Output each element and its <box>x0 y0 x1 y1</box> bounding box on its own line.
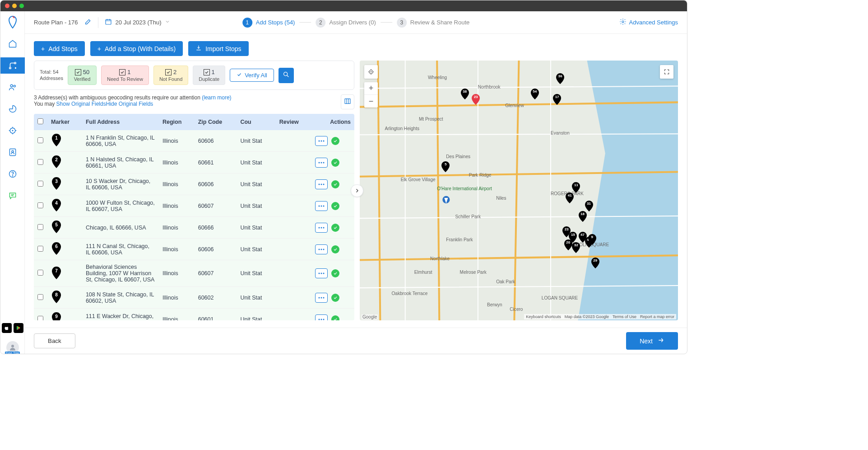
verified-icon <box>331 202 339 210</box>
cell-address: 111 N Canal St, Chicago, IL 60606, USA <box>82 239 159 260</box>
map-pin[interactable]: 29 <box>591 258 600 268</box>
svg-point-35 <box>321 273 322 274</box>
map-pin[interactable]: 31 <box>585 201 594 211</box>
cell-country: Unit Stat <box>237 217 275 239</box>
date-picker[interactable]: 20 Jul 2023 (Thu) <box>105 18 171 27</box>
row-actions-button[interactable] <box>315 136 328 146</box>
nav-help[interactable] <box>5 166 21 182</box>
map-pin[interactable]: 17 <box>552 94 562 105</box>
map-pin[interactable]: 54 <box>530 89 539 99</box>
stat-duplicate[interactable]: 1 Duplicate <box>193 66 225 85</box>
nav-contacts[interactable] <box>5 144 21 160</box>
map-locate-button[interactable] <box>364 65 378 79</box>
map-pin[interactable]: 38 <box>460 89 469 99</box>
import-stops-button[interactable]: Import Stops <box>188 41 248 56</box>
stat-not-found[interactable]: 2 Not Found <box>153 66 188 85</box>
nav-analytics[interactable] <box>5 101 21 117</box>
svg-rect-12 <box>106 19 111 24</box>
nav-route-planner[interactable] <box>0 57 25 74</box>
row-actions-button[interactable] <box>315 314 328 321</box>
step-assign-drivers[interactable]: 2 Assign Drivers (0) <box>316 18 376 28</box>
row-actions-button[interactable] <box>315 244 328 254</box>
window-close-icon[interactable] <box>5 4 9 8</box>
add-stops-button[interactable]: + Add Stops <box>34 41 85 56</box>
map-pin[interactable]: 18 <box>578 211 587 222</box>
table-row[interactable]: 8 108 N State St, Chicago, IL 60602, USA… <box>34 287 354 309</box>
map-panel[interactable]: Wheeling Northbrook Glenview Evanston Mt… <box>360 61 678 320</box>
row-actions-button[interactable] <box>315 158 328 168</box>
stat-verified[interactable]: 50 Verified <box>68 66 97 85</box>
verify-all-button[interactable]: Verify All <box>230 69 274 82</box>
svg-point-4 <box>14 85 15 87</box>
next-button[interactable]: Next <box>626 332 678 350</box>
hide-fields-link[interactable]: Hide Original Fields <box>106 101 153 107</box>
map-pin[interactable]: 32 <box>571 242 580 253</box>
map-pin[interactable]: 36 <box>556 73 565 84</box>
row-actions-button[interactable] <box>315 201 328 211</box>
cell-region: Illinois <box>159 239 195 260</box>
cell-address: 1000 W Fulton St, Chicago, IL 60607, USA <box>82 195 159 217</box>
nav-home[interactable] <box>5 36 21 52</box>
window-minimize-icon[interactable] <box>12 4 17 8</box>
search-button[interactable] <box>279 68 294 83</box>
table-row[interactable]: 5 Chicago, IL 60666, USA Illinois 60666 … <box>34 217 354 239</box>
row-actions-button[interactable] <box>315 179 328 189</box>
user-avatar[interactable]: Free Trial <box>6 341 19 354</box>
show-fields-link[interactable]: Show Original Fields <box>56 101 106 107</box>
col-marker: Marker <box>47 114 82 130</box>
step-add-stops[interactable]: 1 Add Stops (54) <box>242 18 295 28</box>
row-checkbox[interactable] <box>37 224 43 230</box>
plan-title: Route Plan - 176 <box>34 19 78 26</box>
step-review-route[interactable]: 3 Review & Share Route <box>397 18 470 28</box>
map-pin[interactable]: 41 <box>565 192 574 203</box>
map-zoom-out[interactable]: − <box>364 95 378 108</box>
stat-need-review[interactable]: 1 Need To Review <box>101 66 149 85</box>
nav-drivers[interactable] <box>5 79 21 95</box>
row-checkbox[interactable] <box>37 181 43 187</box>
select-all-checkbox[interactable] <box>37 118 43 124</box>
table-row[interactable]: 1 1 N Franklin St, Chicago, IL 60606, US… <box>34 130 354 152</box>
learn-more-link[interactable]: (learn more) <box>202 94 231 101</box>
row-checkbox[interactable] <box>37 159 43 165</box>
map-terms-link[interactable]: Terms of Use <box>613 314 636 319</box>
row-actions-button[interactable] <box>315 268 328 278</box>
table-row[interactable]: 2 1 N Halsted St, Chicago, IL 60661, USA… <box>34 152 354 173</box>
svg-point-30 <box>323 227 325 228</box>
row-checkbox[interactable] <box>37 246 43 252</box>
row-actions-button[interactable] <box>315 293 328 303</box>
map-pin[interactable]: 11 <box>571 182 580 193</box>
top-bar: Route Plan - 176 20 Jul 2023 (Thu) 1 Add… <box>25 11 687 34</box>
add-stop-details-button[interactable]: + Add a Stop (With Details) <box>90 41 183 56</box>
row-checkbox[interactable] <box>37 202 43 208</box>
expand-panel-button[interactable] <box>351 184 363 197</box>
map-pin[interactable]: 5 <box>441 161 450 172</box>
row-checkbox[interactable] <box>37 294 43 300</box>
row-actions-button[interactable] <box>315 223 328 233</box>
columns-button[interactable] <box>341 94 354 109</box>
window-maximize-icon[interactable] <box>19 4 24 8</box>
svg-rect-15 <box>345 99 350 104</box>
table-row[interactable]: 6 111 N Canal St, Chicago, IL 60606, USA… <box>34 239 354 260</box>
row-checkbox[interactable] <box>37 316 43 321</box>
edit-plan-icon[interactable] <box>84 18 92 27</box>
nav-track[interactable] <box>5 122 21 139</box>
back-button[interactable]: Back <box>34 333 75 348</box>
play-store-icon[interactable] <box>14 323 23 333</box>
advanced-settings-link[interactable]: Advanced Settings <box>619 18 678 27</box>
map-fullscreen-button[interactable] <box>660 65 673 79</box>
map-pin[interactable]: 9 <box>588 234 597 245</box>
row-checkbox[interactable] <box>37 270 43 276</box>
map-report-link[interactable]: Report a map error <box>640 314 674 319</box>
map-zoom-in[interactable]: + <box>364 82 378 95</box>
map-shortcuts-link[interactable]: Keyboard shortcuts <box>526 314 561 319</box>
map-pin[interactable]: 23 <box>471 94 480 105</box>
table-row[interactable]: 4 1000 W Fulton St, Chicago, IL 60607, U… <box>34 195 354 217</box>
nav-feedback[interactable] <box>5 188 21 204</box>
plus-icon: + <box>41 45 45 52</box>
apple-store-icon[interactable] <box>2 323 12 333</box>
row-checkbox[interactable] <box>37 137 43 143</box>
svg-text:Niles: Niles <box>496 196 506 201</box>
table-row[interactable]: 9 111 E Wacker Dr, Chicago, IL 60601, US… <box>34 309 354 321</box>
table-row[interactable]: 7 Behavioral Sciences Building, 1007 W H… <box>34 260 354 287</box>
table-row[interactable]: 3 10 S Wacker Dr, Chicago, IL 60606, USA… <box>34 173 354 195</box>
